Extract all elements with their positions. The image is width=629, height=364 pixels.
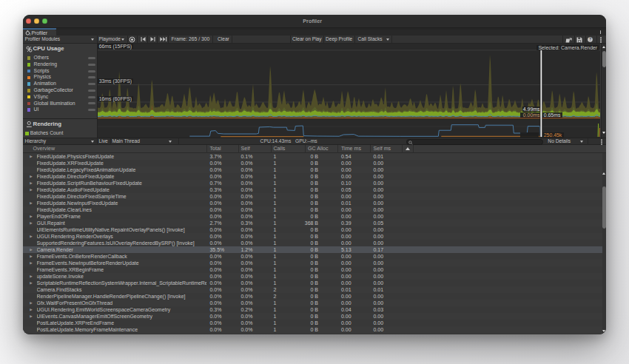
- svg-text:?: ?: [589, 37, 591, 41]
